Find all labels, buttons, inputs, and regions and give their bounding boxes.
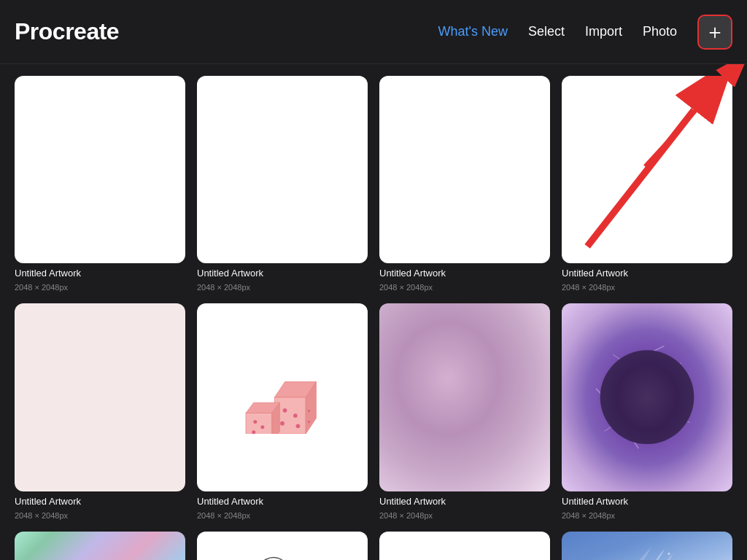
nav-select[interactable]: Select <box>528 24 565 39</box>
artwork-thumbnail[interactable] <box>15 532 185 560</box>
artwork-dims: 2048 × 2048px <box>562 511 732 520</box>
svg-point-9 <box>280 421 285 426</box>
artwork-title: Untitled Artwork <box>15 268 185 279</box>
artwork-card[interactable]: Untitled Artwork 2048 × 2048px <box>562 76 732 292</box>
artwork-card[interactable]: Untitled Artwork 2048 × 2048px <box>379 76 550 292</box>
svg-point-10 <box>296 424 301 429</box>
artwork-thumbnail[interactable] <box>379 76 550 263</box>
artwork-title: Untitled Artwork <box>379 268 550 279</box>
artwork-card[interactable] <box>379 532 550 560</box>
artwork-dims: 2048 × 2048px <box>379 283 550 292</box>
nav-photo[interactable]: Photo <box>643 24 677 39</box>
header-nav: What's New Select Import Photo ＋ <box>438 15 732 50</box>
artwork-dims: 2048 × 2048px <box>562 283 732 292</box>
artwork-card[interactable]: Untitled Artwork 2048 × 2048px <box>562 303 732 519</box>
artwork-thumbnail[interactable] <box>15 303 185 491</box>
svg-line-3 <box>587 110 694 246</box>
artwork-title: Untitled Artwork <box>197 496 368 507</box>
svg-point-17 <box>260 425 264 429</box>
svg-rect-14 <box>246 413 272 435</box>
artwork-thumbnail[interactable] <box>379 532 550 560</box>
gallery-grid: Untitled Artwork 2048 × 2048px Untitled … <box>0 64 747 560</box>
nav-import[interactable]: Import <box>585 24 622 39</box>
svg-point-19 <box>600 351 694 445</box>
artwork-title: Untitled Artwork <box>562 268 732 279</box>
artwork-dims: 2048 × 2048px <box>197 283 368 292</box>
artwork-title: Untitled Artwork <box>562 496 732 507</box>
artwork-thumbnail[interactable]: ✦ ✦ <box>562 532 732 560</box>
artwork-thumbnail[interactable] <box>197 76 368 263</box>
artwork-card[interactable]: ♥ ♥ Untitled Artwork 204 <box>197 303 368 519</box>
artwork-card[interactable] <box>15 532 185 560</box>
artwork-thumbnail[interactable]: ♥ ♥ <box>197 303 368 491</box>
app-header: Procreate What's New Select Import Photo… <box>0 0 747 64</box>
feather-illustration: ✦ ✦ <box>562 532 732 560</box>
svg-text:✦: ✦ <box>667 551 671 557</box>
artwork-title: Untitled Artwork <box>15 496 185 507</box>
swirl-illustration <box>253 546 311 560</box>
artwork-card[interactable]: ✦ ✦ <box>562 532 732 560</box>
artwork-card[interactable]: Untitled Artwork 2048 × 2048px <box>197 76 368 292</box>
new-button-wrapper: ＋ <box>697 15 732 50</box>
artwork-title: Untitled Artwork <box>197 268 368 279</box>
nav-whats-new[interactable]: What's New <box>438 24 507 39</box>
artwork-title: Untitled Artwork <box>379 496 550 507</box>
dice-illustration: ♥ ♥ <box>239 361 326 434</box>
artwork-thumbnail[interactable] <box>379 303 550 491</box>
artwork-thumbnail[interactable] <box>15 76 185 263</box>
artwork-card[interactable]: Untitled Artwork 2048 × 2048px <box>15 303 185 519</box>
artwork-card[interactable] <box>197 532 368 560</box>
artwork-dims: 2048 × 2048px <box>15 283 185 292</box>
svg-text:♥: ♥ <box>307 419 310 425</box>
arrow-inside-thumbnail <box>562 76 732 263</box>
artwork-dims: 2048 × 2048px <box>197 511 368 520</box>
svg-point-8 <box>293 413 298 418</box>
svg-point-16 <box>253 420 257 424</box>
artwork-dims: 2048 × 2048px <box>379 511 550 520</box>
artwork-thumbnail[interactable] <box>562 76 732 263</box>
artwork-thumbnail[interactable] <box>562 303 732 491</box>
artwork-thumbnail[interactable] <box>197 532 368 560</box>
plus-icon: ＋ <box>705 22 725 42</box>
artwork-card[interactable]: Untitled Artwork 2048 × 2048px <box>15 76 185 292</box>
artwork-card[interactable]: Untitled Artwork 2048 × 2048px <box>379 303 550 519</box>
app-title: Procreate <box>15 18 119 45</box>
crack-texture <box>562 303 732 491</box>
new-canvas-button[interactable]: ＋ <box>697 15 732 50</box>
svg-point-7 <box>283 408 287 413</box>
artwork-dims: 2048 × 2048px <box>15 511 185 520</box>
svg-text:♥: ♥ <box>307 409 310 415</box>
